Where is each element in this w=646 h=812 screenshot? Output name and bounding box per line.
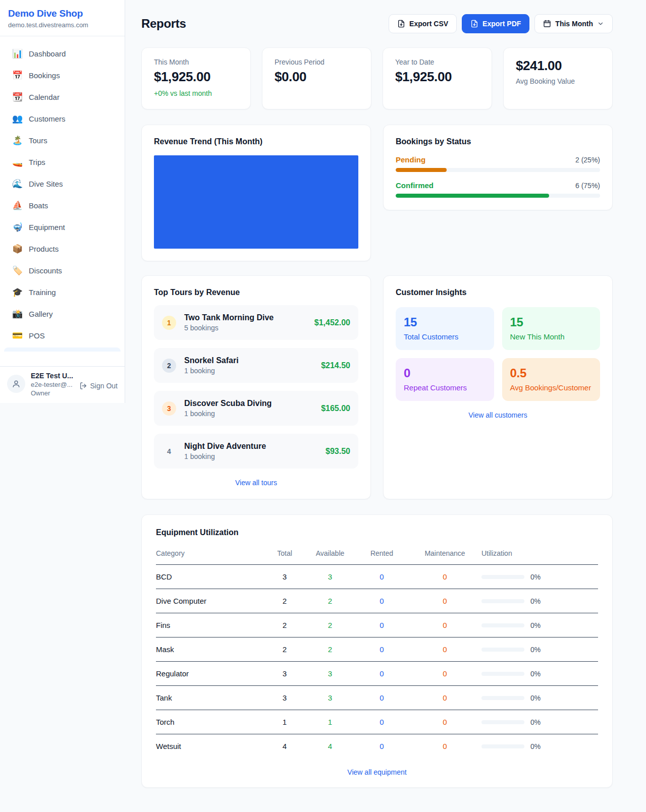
utilization-cell: 0% <box>481 718 598 726</box>
insight-value: 15 <box>404 315 486 329</box>
tour-amount: $1,452.00 <box>314 318 350 327</box>
sidebar-item-label: Gallery <box>29 310 53 318</box>
tour-row: 3 Discover Scuba Diving 1 booking $165.0… <box>154 391 358 426</box>
sidebar-item-boats[interactable]: ⛵ Boats <box>4 196 121 215</box>
stat-value: $0.00 <box>275 69 359 85</box>
category-cell: Torch <box>156 718 264 726</box>
insights-row: Top Tours by Revenue 1 Two Tank Morning … <box>141 275 613 499</box>
sidebar-item-training[interactable]: 🎓 Training <box>4 282 121 302</box>
view-all-equipment-link[interactable]: View all equipment <box>156 768 598 776</box>
table-row: Dive Computer 2 2 0 0 0% <box>156 589 598 613</box>
maintenance-cell: 0 <box>408 645 481 654</box>
maintenance-cell: 0 <box>408 669 481 678</box>
rented-cell: 0 <box>355 718 408 726</box>
view-all-customers-link[interactable]: View all customers <box>396 411 600 419</box>
utilization-percent: 0% <box>530 694 541 702</box>
sidebar-item-pos[interactable]: 💳 POS <box>4 326 121 345</box>
export-pdf-button[interactable]: Export PDF <box>462 14 529 33</box>
progress-track <box>396 194 600 198</box>
total-cell: 2 <box>264 597 305 605</box>
sidebar-item-calendar[interactable]: 📆 Calendar <box>4 87 121 106</box>
maintenance-cell: 0 <box>408 621 481 629</box>
rank-badge: 2 <box>162 359 176 373</box>
sign-out-button[interactable]: Sign Out <box>79 382 118 390</box>
tour-row: 2 Snorkel Safari 1 booking $214.50 <box>154 348 358 383</box>
table-row: Wetsuit 4 4 0 0 0% <box>156 734 598 758</box>
status-label: Pending <box>396 155 425 164</box>
shop-subdomain: demo.test.divestreams.com <box>8 21 117 29</box>
top-tours-title: Top Tours by Revenue <box>154 288 358 297</box>
table-row: Torch 1 1 0 0 0% <box>156 710 598 734</box>
rented-cell: 0 <box>355 621 408 629</box>
sidebar-item-tours[interactable]: 🏝️ Tours <box>4 131 121 150</box>
stat-value: $241.00 <box>516 58 600 74</box>
utilization-track <box>481 672 524 676</box>
training-icon: 🎓 <box>12 287 22 298</box>
utilization-percent: 0% <box>530 742 541 750</box>
user-email: e2e-tester@... <box>31 381 74 388</box>
sidebar-header: Demo Dive Shop demo.test.divestreams.com <box>0 0 125 36</box>
avatar <box>7 375 25 393</box>
table-row: Fins 2 2 0 0 0% <box>156 613 598 637</box>
insight-tile-total-customers: 15 Total Customers <box>396 307 494 350</box>
page-title: Reports <box>141 17 186 31</box>
view-all-tours-link[interactable]: View all tours <box>154 479 358 487</box>
export-csv-label: Export CSV <box>409 20 448 28</box>
utilization-track <box>481 575 524 579</box>
tour-amount: $165.00 <box>321 404 350 413</box>
rented-cell: 0 <box>355 572 408 581</box>
category-cell: Regulator <box>156 669 264 678</box>
trips-icon: 🚤 <box>12 157 22 167</box>
utilization-track <box>481 599 524 603</box>
rented-cell: 0 <box>355 597 408 605</box>
tour-bookings: 1 booking <box>184 452 317 460</box>
tours-icon: 🏝️ <box>12 135 22 146</box>
stat-label: This Month <box>154 58 238 66</box>
insight-label: New This Month <box>510 332 593 341</box>
sidebar: Demo Dive Shop demo.test.divestreams.com… <box>0 0 125 403</box>
bookings-icon: 📅 <box>12 70 22 81</box>
sidebar-item-gallery[interactable]: 📸 Gallery <box>4 304 121 323</box>
total-cell: 1 <box>264 718 305 726</box>
insight-label: Avg Bookings/Customer <box>510 383 593 392</box>
sidebar-item-label: Dashboard <box>29 49 66 58</box>
sidebar-item-trips[interactable]: 🚤 Trips <box>4 152 121 171</box>
utilization-cell: 0% <box>481 742 598 750</box>
sidebar-item-bookings[interactable]: 📅 Bookings <box>4 66 121 85</box>
equipment-table-header: Category Total Available Rented Maintena… <box>156 546 598 565</box>
charts-row: Revenue Trend (This Month) Bookings by S… <box>141 125 613 261</box>
chevron-down-icon <box>597 20 604 27</box>
customer-insights-card: Customer Insights 15 Total Customers 15 … <box>383 275 613 499</box>
sidebar-item-customers[interactable]: 👥 Customers <box>4 109 121 128</box>
sidebar-item-products[interactable]: 📦 Products <box>4 239 121 258</box>
period-label: This Month <box>555 20 593 28</box>
total-cell: 4 <box>264 742 305 750</box>
insight-value: 15 <box>510 315 593 329</box>
sidebar-item-active-partial[interactable] <box>4 347 121 352</box>
rank-badge: 3 <box>162 401 176 416</box>
sidebar-item-dashboard[interactable]: 📊 Dashboard <box>4 44 121 63</box>
maintenance-cell: 0 <box>408 572 481 581</box>
utilization-percent: 0% <box>530 597 541 605</box>
header-actions: Export CSV Export PDF This Month <box>389 14 613 33</box>
export-csv-button[interactable]: Export CSV <box>389 14 457 33</box>
available-cell: 3 <box>305 693 355 702</box>
sidebar-item-equipment[interactable]: 🤿 Equipment <box>4 217 121 237</box>
stat-card-year-to-date: Year to Date $1,925.00 <box>383 47 492 109</box>
stat-value: $1,925.00 <box>395 69 479 85</box>
available-cell: 4 <box>305 742 355 750</box>
maintenance-cell: 0 <box>408 693 481 702</box>
user-role: Owner <box>31 389 74 397</box>
sidebar-item-label: Equipment <box>29 223 65 231</box>
sidebar-item-label: Bookings <box>29 71 60 80</box>
stat-card-this-month: This Month $1,925.00 +0% vs last month <box>141 47 251 109</box>
insights-grid: 15 Total Customers 15 New This Month 0 R… <box>396 307 600 401</box>
period-dropdown[interactable]: This Month <box>534 14 613 33</box>
sidebar-item-dive-sites[interactable]: 🌊 Dive Sites <box>4 174 121 193</box>
utilization-track <box>481 648 524 652</box>
sidebar-item-discounts[interactable]: 🏷️ Discounts <box>4 261 121 280</box>
sidebar-item-label: Tours <box>29 136 47 145</box>
tour-row: 1 Two Tank Morning Dive 5 bookings $1,45… <box>154 305 358 340</box>
category-cell: Wetsuit <box>156 742 264 750</box>
sidebar-item-label: Dive Sites <box>29 180 63 188</box>
